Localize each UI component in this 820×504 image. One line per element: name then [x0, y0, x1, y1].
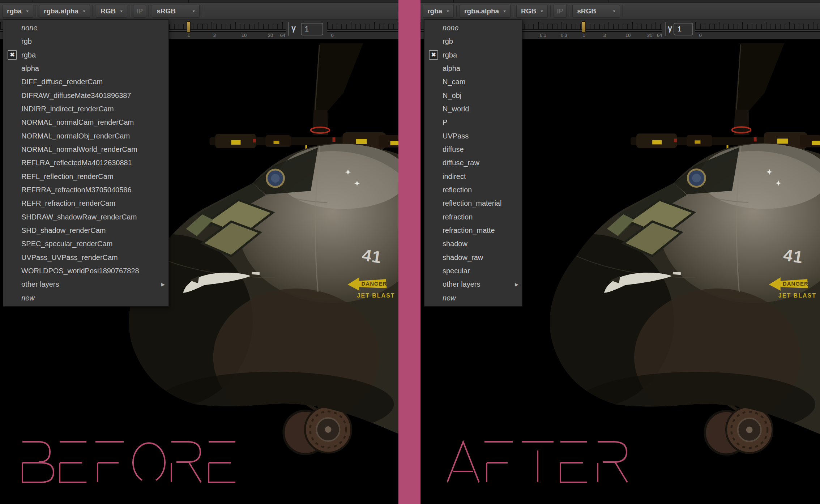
- menu-item-label: SHD_shadow_renderCam: [21, 226, 106, 235]
- menu-item[interactable]: ✖ DIFRAW_diffuseMate3401896387 ▶: [3, 89, 168, 102]
- menu-item[interactable]: ✖ diffuse_raw ▶: [424, 156, 522, 170]
- ip-toggle-button[interactable]: IP: [133, 5, 146, 18]
- layer-dropdown[interactable]: rgba ▼: [423, 5, 454, 18]
- menu-item[interactable]: ✖ diffuse ▶: [424, 143, 522, 156]
- menu-item[interactable]: ✖ NORMAL_normalCam_renderCam ▶: [3, 116, 168, 129]
- layer-dropdown[interactable]: rgba ▼: [2, 5, 33, 18]
- menu-item[interactable]: ✖ rgb ▶: [3, 35, 168, 48]
- menu-item[interactable]: ✖ N_cam ▶: [424, 75, 522, 89]
- menu-item[interactable]: ✖ NORMAL_normalObj_renderCam ▶: [3, 129, 168, 143]
- tick-label: 3: [213, 33, 215, 38]
- menu-item[interactable]: ✖ SPEC_specular_renderCam ▶: [3, 237, 168, 251]
- colorspace-label: sRGB: [157, 7, 176, 15]
- menu-item[interactable]: ✖ new ▶: [3, 291, 168, 305]
- menu-item[interactable]: ✖ UVPass_UVPass_renderCam ▶: [3, 251, 168, 264]
- tick-label: 0: [699, 33, 701, 38]
- before-caption: BEFORE: [21, 440, 240, 484]
- menu-item[interactable]: ✖ other layers ▶: [3, 278, 168, 291]
- menu-item-label: reflection: [443, 186, 472, 194]
- menu-item[interactable]: ✖ refraction_matte ▶: [424, 224, 522, 237]
- channel-dropdown-label: rgba.alpha: [44, 7, 78, 15]
- channel-dropdown[interactable]: rgba.alpha ▼: [39, 5, 90, 18]
- after-caption: AFTER: [447, 440, 629, 484]
- menu-item[interactable]: ✖ N_obj ▶: [424, 89, 522, 102]
- chevron-down-icon: ▼: [612, 9, 616, 13]
- viewer-toolbar-before: rgba ▼ rgba.alpha ▼ RGB ▼ IP sRGB ▼: [0, 3, 398, 20]
- menu-item[interactable]: ✖ indirect ▶: [424, 170, 522, 183]
- menu-item[interactable]: ✖ new ▶: [424, 291, 522, 305]
- tick-label: 10: [625, 33, 631, 38]
- tick-label: 0.3: [561, 33, 567, 38]
- menu-item[interactable]: ✖ N_world ▶: [424, 102, 522, 116]
- menu-item[interactable]: ✖ DIFF_diffuse_renderCam ▶: [3, 75, 168, 89]
- menu-item-label: other layers: [21, 280, 59, 289]
- svg-text:JET BLAST: JET BLAST: [778, 292, 816, 299]
- ip-toggle-button[interactable]: IP: [554, 5, 567, 18]
- menu-item-label: P: [443, 118, 447, 127]
- menu-item-label: UVPass: [443, 132, 469, 140]
- aircraft-number: 41: [782, 245, 805, 267]
- toolbar-separator: [130, 5, 131, 17]
- display-channels-dropdown[interactable]: RGB ▼: [96, 5, 127, 18]
- menu-item[interactable]: ✖ none ▶: [424, 21, 522, 35]
- menu-item[interactable]: ✖ refraction ▶: [424, 210, 522, 224]
- menu-item[interactable]: ✖ reflection ▶: [424, 183, 522, 197]
- menu-item[interactable]: ✖ rgb ▶: [424, 35, 522, 48]
- tick-label: 1: [187, 33, 190, 38]
- chevron-down-icon: ▼: [192, 9, 196, 13]
- svg-text:JET BLAST: JET BLAST: [357, 292, 395, 299]
- gamma-value-input[interactable]: [301, 23, 323, 35]
- submenu-arrow-icon: ▶: [161, 282, 165, 287]
- rotor-assembly: [631, 43, 820, 157]
- toolbar-separator: [623, 5, 623, 17]
- gamma-slider-track[interactable]: 0: [327, 20, 398, 39]
- svg-text:DANGER: DANGER: [783, 281, 808, 287]
- gain-slider-handle[interactable]: [582, 21, 586, 33]
- menu-item[interactable]: ✖ REFR_refraction_renderCam ▶: [3, 197, 168, 210]
- channel-dropdown[interactable]: rgba.alpha ▼: [460, 5, 511, 18]
- menu-item[interactable]: ✖ shadow_raw ▶: [424, 251, 522, 264]
- menu-item[interactable]: ✖ REFL_reflection_renderCam ▶: [3, 170, 168, 183]
- tick-label: 0: [331, 33, 333, 38]
- display-channels-dropdown[interactable]: RGB ▼: [516, 5, 548, 18]
- colorspace-dropdown[interactable]: sRGB ▼: [152, 5, 200, 18]
- menu-item[interactable]: ✖ shadow ▶: [424, 237, 522, 251]
- menu-item-label: NORMAL_normalWorld_renderCam: [21, 145, 137, 154]
- display-channels-label: RGB: [101, 7, 116, 15]
- menu-item[interactable]: ✖ reflection_material ▶: [424, 197, 522, 210]
- menu-item[interactable]: ✖ none ▶: [3, 21, 168, 35]
- menu-item[interactable]: ✖ REFLRA_reflectedMa4012630881 ▶: [3, 156, 168, 170]
- menu-item[interactable]: ✖ P ▶: [424, 116, 522, 129]
- tick-label: 64: [280, 33, 285, 38]
- menu-item-label: NORMAL_normalCam_renderCam: [21, 118, 134, 127]
- display-channels-label: RGB: [521, 7, 536, 15]
- menu-item[interactable]: ✖ specular ▶: [424, 264, 522, 278]
- menu-item[interactable]: ✖ alpha ▶: [424, 62, 522, 75]
- chevron-down-icon: ▼: [119, 9, 123, 13]
- menu-item-label: REFR_refraction_renderCam: [21, 199, 115, 208]
- gamma-slider-track[interactable]: 0: [695, 20, 820, 39]
- menu-item[interactable]: ✖ SHDRAW_shadowRaw_renderCam ▶: [3, 210, 168, 224]
- menu-item[interactable]: ✖ rgba ▶: [424, 48, 522, 62]
- layer-menu-after: ✖ none ▶ ✖ rgb ▶ ✖ rgba ▶ ✖ alpha ▶ ✖: [424, 20, 522, 307]
- menu-item-label: shadow: [443, 240, 467, 248]
- menu-item-label: new: [443, 294, 456, 302]
- menu-item[interactable]: ✖ SHD_shadow_renderCam ▶: [3, 224, 168, 237]
- colorspace-dropdown[interactable]: sRGB ▼: [572, 5, 620, 18]
- menu-item[interactable]: ✖ INDIRR_indirect_renderCam ▶: [3, 102, 168, 116]
- menu-item[interactable]: ✖ rgba ▶: [3, 48, 168, 62]
- menu-item[interactable]: ✖ alpha ▶: [3, 62, 168, 75]
- gain-slider-handle[interactable]: [187, 21, 191, 33]
- check-icon: ✖: [429, 50, 438, 60]
- channel-dropdown-label: rgba.alpha: [464, 7, 499, 15]
- chevron-down-icon: ▼: [446, 9, 450, 13]
- menu-item[interactable]: ✖ REFRRA_refractionM3705040586 ▶: [3, 183, 168, 197]
- menu-item[interactable]: ✖ NORMAL_normalWorld_renderCam ▶: [3, 143, 168, 156]
- layer-dropdown-label: rgba: [427, 7, 442, 15]
- viewer-panel-before: rgba ▼ rgba.alpha ▼ RGB ▼ IP sRGB ▼: [0, 0, 398, 504]
- menu-item[interactable]: ✖ other layers ▶: [424, 278, 522, 291]
- chevron-down-icon: ▼: [503, 9, 507, 13]
- gamma-value-input[interactable]: [674, 23, 693, 35]
- menu-item[interactable]: ✖ UVPass ▶: [424, 129, 522, 143]
- menu-item[interactable]: ✖ WORLDPOS_worldPosi1890767828 ▶: [3, 264, 168, 278]
